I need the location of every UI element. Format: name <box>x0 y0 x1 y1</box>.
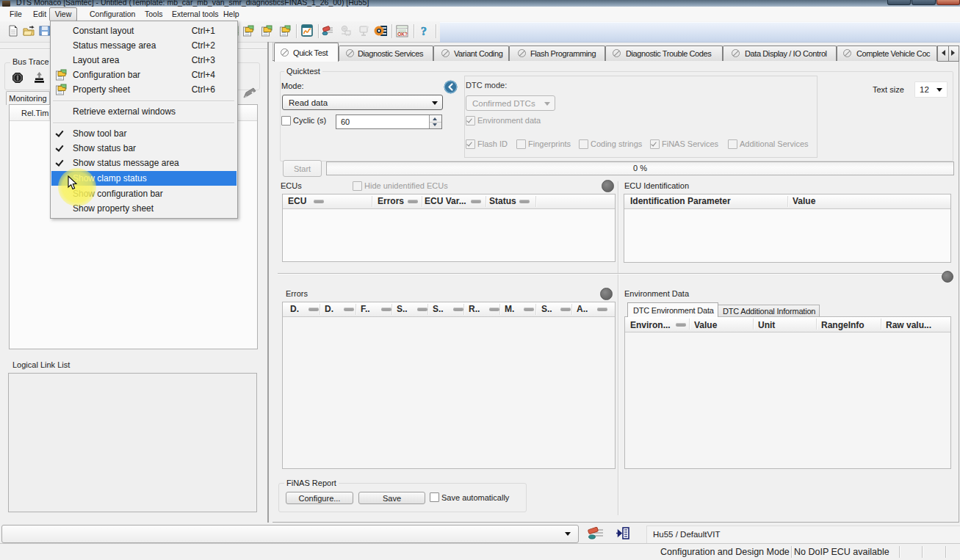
filter-icon[interactable] <box>519 200 530 203</box>
filter-icon[interactable] <box>560 308 571 311</box>
ecus-col-status[interactable]: Status <box>489 196 516 206</box>
filter-icon[interactable] <box>314 200 324 203</box>
menu-external-tools[interactable]: External tools <box>172 7 219 21</box>
column-divider[interactable] <box>463 304 465 315</box>
tab-data-display-io-control[interactable]: Data Display / IO Control <box>723 46 837 61</box>
save-icon[interactable] <box>39 25 51 37</box>
filter-icon[interactable] <box>417 308 427 311</box>
menu-item-configuration-bar[interactable]: Configuration bar Ctrl+4 <box>51 68 237 82</box>
column-divider[interactable] <box>320 304 321 315</box>
tab-diagnostic-services[interactable]: Diagnostic Services <box>339 46 433 61</box>
minimize-button[interactable] <box>887 0 911 5</box>
pen-icon[interactable] <box>242 87 257 100</box>
filter-icon[interactable] <box>453 308 463 311</box>
errors-col-2[interactable]: F.. <box>361 304 370 314</box>
env-col-raw-value[interactable]: Raw valu... <box>886 320 931 330</box>
panel-splitter[interactable] <box>267 42 269 523</box>
column-splitter[interactable] <box>618 181 619 515</box>
menu-item-status-message-area[interactable]: Status message area Ctrl+2 <box>51 38 237 53</box>
filter-icon[interactable] <box>524 308 534 311</box>
tab-diagnostic-trouble-codes[interactable]: Diagnostic Trouble Codes <box>605 46 723 61</box>
menu-item-constant-layout[interactable]: Constant layout Ctrl+1 <box>51 23 237 38</box>
column-divider[interactable] <box>689 319 690 330</box>
env-col-environ[interactable]: Environ... <box>630 320 671 330</box>
network-disconnect-icon[interactable] <box>340 25 352 37</box>
filter-icon[interactable] <box>408 200 418 203</box>
filter-icon[interactable] <box>597 308 607 311</box>
errors-col-0[interactable]: D. <box>290 304 299 314</box>
column-divider[interactable] <box>881 319 882 330</box>
logical-link-list[interactable] <box>8 373 257 512</box>
save-button[interactable]: Save <box>358 492 425 504</box>
column-divider[interactable] <box>391 304 393 315</box>
jump-to-list-icon[interactable] <box>616 527 629 539</box>
open-folder-icon[interactable] <box>23 25 35 37</box>
errors-col-3[interactable]: S.. <box>397 304 408 314</box>
collapse-circle-button[interactable] <box>444 80 458 94</box>
ok-checklist-icon[interactable]: OK? <box>396 25 408 37</box>
env-col-value[interactable]: Value <box>694 320 717 330</box>
text-size-combobox[interactable]: 12 <box>914 81 948 98</box>
close-button[interactable] <box>936 0 960 5</box>
column-divider[interactable] <box>356 304 357 315</box>
split-slider-thumb[interactable] <box>942 271 953 283</box>
column-divider[interactable] <box>486 196 487 207</box>
environment-data-table[interactable]: Environ... Value Unit RangeInfo Raw valu… <box>624 316 951 469</box>
logical-link-combobox[interactable] <box>1 525 579 543</box>
tab-scroll-left-button[interactable] <box>937 46 949 62</box>
cyclic-seconds-spinner[interactable]: 60 <box>336 114 442 129</box>
ecus-col-ecu[interactable]: ECU <box>288 196 306 206</box>
column-divider[interactable] <box>816 319 818 330</box>
menu-file[interactable]: File <box>10 7 22 21</box>
ecus-col-ecu-var[interactable]: ECU Var... <box>425 196 466 206</box>
errors-table[interactable]: D. D. F.. S.. S.. R.. M. S.. A.. <box>282 302 616 469</box>
bus-trace-chart-icon[interactable] <box>300 24 314 37</box>
errors-col-5[interactable]: R.. <box>469 304 480 314</box>
ecus-col-errors[interactable]: Errors <box>378 196 404 206</box>
column-divider[interactable] <box>422 196 423 207</box>
monitoring-column-reltim[interactable]: Rel.Tim <box>21 109 48 117</box>
save-automatically-checkbox[interactable] <box>430 492 439 502</box>
tab-dtc-additional-information[interactable]: DTC Additional Information <box>718 305 820 317</box>
configuration-bar-icon[interactable] <box>242 25 254 37</box>
menu-view[interactable]: View <box>49 7 77 21</box>
column-divider[interactable] <box>427 304 429 315</box>
tab-monitoring[interactable]: Monitoring <box>6 91 50 105</box>
tab-dtc-environment-data[interactable]: DTC Environment Data <box>627 302 718 317</box>
ecu-ident-col-value[interactable]: Value <box>793 196 815 206</box>
menu-item-show-tool-bar[interactable]: Show tool bar <box>51 126 237 141</box>
column-divider[interactable] <box>535 196 537 207</box>
ecu-ident-col-parameter[interactable]: Identification Parameter <box>630 196 731 206</box>
column-divider[interactable] <box>499 304 501 315</box>
menu-item-show-status-bar[interactable]: Show status bar <box>51 141 237 156</box>
filter-icon[interactable] <box>489 308 499 311</box>
env-col-rangeinfo[interactable]: RangeInfo <box>821 320 865 330</box>
filter-icon[interactable] <box>471 200 481 203</box>
column-divider[interactable] <box>571 304 573 315</box>
filter-icon[interactable] <box>381 308 391 311</box>
filter-icon[interactable] <box>344 308 354 311</box>
ecus-table[interactable]: ECU Errors ECU Var... Status <box>282 194 616 262</box>
layout-sheet-icon[interactable] <box>279 25 291 37</box>
env-col-unit[interactable]: Unit <box>758 320 775 330</box>
column-divider[interactable] <box>535 304 537 315</box>
menu-tools[interactable]: Tools <box>145 7 163 21</box>
eject-upload-icon[interactable] <box>33 71 46 84</box>
column-divider[interactable] <box>787 196 789 207</box>
tab-quick-test[interactable]: Quick Test <box>274 43 339 62</box>
tab-flash-programming[interactable]: Flash Programming <box>509 46 605 61</box>
stop-octagon-icon[interactable] <box>12 72 24 84</box>
filter-icon[interactable] <box>308 308 319 311</box>
new-document-icon[interactable] <box>7 25 19 37</box>
clear-eraser-icon[interactable] <box>587 527 604 541</box>
ecu-identification-table[interactable]: Identification Parameter Value <box>624 194 951 263</box>
errors-col-4[interactable]: S.. <box>433 304 444 314</box>
remote-screen-icon[interactable] <box>358 25 369 37</box>
menu-configuration[interactable]: Configuration <box>90 7 135 21</box>
errors-col-8[interactable]: A.. <box>577 304 588 314</box>
property-sheet-icon[interactable] <box>261 25 273 37</box>
tab-variant-coding[interactable]: Variant Coding <box>433 46 509 61</box>
tab-complete-vehicle-coding[interactable]: Complete Vehicle Coc <box>837 46 937 61</box>
tab-scroll-right-button[interactable] <box>948 46 959 62</box>
errors-col-6[interactable]: M. <box>505 304 514 314</box>
